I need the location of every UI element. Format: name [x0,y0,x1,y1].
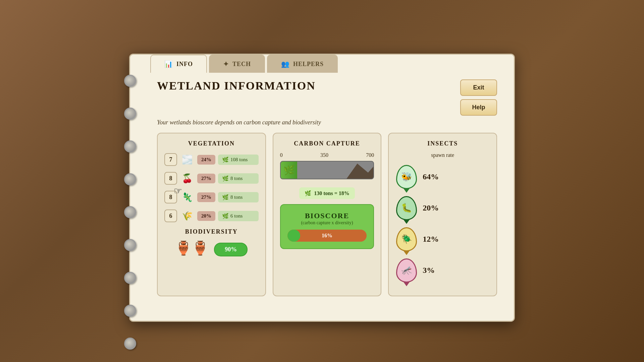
carbon-label: 🌿 130 tons = 18% [299,187,355,199]
leaf-icon-1: 🌿 [222,157,229,163]
carbon-bar-fill: 🌿 [281,162,298,179]
notebook: 📊 INFO ✦ TECH 👥 HELPERS WETLAND INFORMAT… [129,54,515,322]
header-buttons: Exit Help [460,79,497,116]
bioscore-bar-background: 16% [287,230,367,242]
veg-tons-1: 🌿 108 tons [218,155,259,165]
carbon-scale-min: 0 [280,152,283,158]
carbon-capture-title: CARBON CAPTURE [280,140,374,147]
insects-panel: INSECTS spawn rate 🐝 64% 🐛 20% [388,133,497,296]
content-grid: VEGETATION 7 🌫️ 24% 🌿 108 tons 8 🍒 27% 🌿… [157,133,497,296]
carbon-capture-panel: CARBON CAPTURE 0 350 700 🌿 🌿 130 tons = … [273,133,382,296]
insect-icon-4: 🦟 [401,265,412,276]
insect-row-4: 🦟 3% [395,258,490,283]
leaf-icon-4: 🌿 [222,213,229,219]
vegetation-title: VEGETATION [164,140,259,147]
subtitle: Your wetlands bioscore depends on carbon… [157,119,497,126]
bioscore-percent-label: 16% [322,233,332,239]
veg-row-2: 8 🍒 27% 🌿 8 tons [164,171,259,186]
carbon-scale-mid: 350 [320,152,328,158]
spiral-5 [124,206,136,218]
tab-tech-label: TECH [232,61,251,68]
tab-helpers[interactable]: 👥 HELPERS [267,55,338,73]
tab-info[interactable]: 📊 INFO [150,55,207,73]
spiral-4 [124,173,136,185]
biodiversity-icon: 🏺🏺 [175,240,209,256]
carbon-scale-max: 700 [366,152,374,158]
spiral-2 [124,108,136,120]
tab-bar: 📊 INFO ✦ TECH 👥 HELPERS [150,55,497,73]
info-tab-icon: 📊 [164,60,173,68]
veg-tons-4: 🌿 6 tons [218,211,259,221]
veg-icon-2: 🍒 [180,171,195,186]
insect-icon-3: 🪲 [401,234,412,244]
page-title: WETLAND INFORMATION [157,79,316,92]
carbon-tons-label: 130 tons = 18% [314,190,350,196]
veg-icon-4: 🌾 [180,208,195,223]
helpers-tab-icon: 👥 [281,60,290,68]
tech-tab-icon: ✦ [223,60,229,68]
veg-row-1: 7 🌫️ 24% 🌿 108 tons [164,152,259,167]
carbon-scale: 0 350 700 [280,152,374,158]
insect-row-2: 🐛 20% [395,195,490,221]
insect-percent-2: 20% [423,203,439,213]
leaf-icon-2: 🌿 [222,175,229,182]
bioscore-title: BIOSCORE [287,212,367,220]
spiral-6 [124,239,136,251]
insects-title: INSECTS [395,140,490,147]
spiral-3 [124,140,136,153]
veg-tons-3: 🌿 8 tons [218,192,259,202]
insect-pin-3: 🪲 [396,227,417,251]
spiral-8 [124,305,136,317]
insect-row-3: 🪲 12% [395,227,490,252]
carbon-leaf-label-icon: 🌿 [305,190,311,196]
carbon-bar-background: 🌿 [280,161,374,179]
header-text: WETLAND INFORMATION [157,79,316,92]
exit-button[interactable]: Exit [460,79,497,96]
insect-percent-4: 3% [423,266,435,275]
veg-percent-1: 24% [197,155,215,165]
veg-count-3: 8 [164,191,177,203]
veg-icon-3: 🦎 [180,190,195,204]
tab-helpers-label: HELPERS [293,61,324,68]
insect-pin-2: 🐛 [396,196,417,220]
veg-count-4: 6 [164,209,177,222]
veg-percent-4: 20% [197,211,215,221]
spawn-rate-label: spawn rate [395,152,490,158]
tab-info-label: INFO [176,61,193,68]
insect-percent-1: 64% [423,172,439,181]
carbon-leaf-icon: 🌿 [283,165,295,176]
veg-percent-2: 27% [197,174,215,183]
insect-badge-4: 🦟 [395,258,417,283]
spiral-9 [124,338,136,350]
insect-row-1: 🐝 64% [395,164,490,189]
insect-percent-3: 12% [423,235,439,244]
veg-row-3: 8 🦎 27% 🌿 8 tons [164,190,259,204]
biodiversity-bar: 90% [214,243,248,256]
insect-badge-1: 🐝 [395,164,417,189]
spiral-bindings [124,75,136,350]
veg-icon-1: 🌫️ [180,152,195,167]
tab-tech[interactable]: ✦ TECH [209,55,265,73]
bioscore-subtitle: (carbon capture x diversity) [287,220,367,226]
insect-badge-3: 🪲 [395,227,417,252]
help-button[interactable]: Help [460,99,497,116]
veg-percent-3: 27% [197,192,215,202]
spiral-1 [124,75,136,87]
veg-row-4: 6 🌾 20% 🌿 6 tons [164,208,259,223]
veg-count-1: 7 [164,153,177,166]
insect-pin-4: 🦟 [396,258,417,283]
biodiversity-title: BIODIVERSITY [164,228,259,235]
biodiversity-section: BIODIVERSITY 🏺🏺 90% [164,228,259,259]
spiral-7 [124,272,136,284]
leaf-icon-3: 🌿 [222,194,229,200]
veg-count-2: 8 [164,172,177,185]
bioscore-panel: BIOSCORE (carbon capture x diversity) 16… [280,204,374,249]
bioscore-bar-fill [287,230,300,242]
insect-badge-2: 🐛 [395,195,417,221]
insect-icon-2: 🐛 [401,203,412,213]
vegetation-panel: VEGETATION 7 🌫️ 24% 🌿 108 tons 8 🍒 27% 🌿… [157,133,266,296]
insect-pin-1: 🐝 [396,165,417,189]
insect-icon-1: 🐝 [401,172,412,182]
veg-tons-2: 🌿 8 tons [218,173,259,184]
page-header: WETLAND INFORMATION Exit Help [157,73,497,116]
